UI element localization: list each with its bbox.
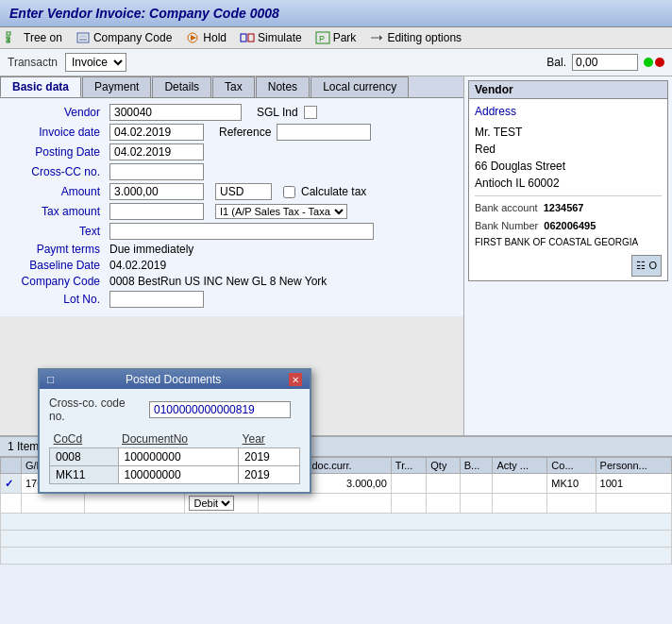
svg-rect-12 [248,34,254,42]
text-input[interactable] [109,223,374,240]
vendor-name: Mr. TEST [475,124,662,141]
transaction-select[interactable]: Invoice [65,53,126,72]
row2-acty[interactable] [493,494,547,514]
park-button[interactable]: P Park [315,31,357,44]
dialog-col-cocd: CoCd [50,430,119,448]
row2-b[interactable] [460,494,493,514]
row1-co[interactable]: MK10 [547,474,596,494]
vendor-body: Address Mr. TEST Red 66 Douglas Street A… [469,99,667,280]
dialog-col-year: Year [239,430,300,448]
reference-label: Reference [219,126,271,139]
lot-no-row: Lot No. [9,291,454,308]
row2-gl-acct[interactable] [22,494,85,514]
tabs: Basic data Payment Details Tax Notes Loc… [0,76,463,98]
cross-co-row: Cross-co. code no. [49,396,300,423]
tab-tax[interactable]: Tax [212,76,255,97]
bank-number-label: Bank Number [475,218,538,234]
invoice-date-input[interactable] [109,124,204,141]
calc-tax-label: Calculate tax [301,185,366,198]
hold-label: Hold [203,31,227,44]
bal-label: Bal. [546,56,566,69]
col-co: Co... [547,458,596,474]
bal-input[interactable] [572,54,638,71]
posting-date-label: Posting Date [9,145,104,159]
bank-account-label: Bank account [475,200,538,216]
company-code-button[interactable]: Company Code [76,31,172,44]
baseline-date-value: 04.02.2019 [109,259,166,272]
sgl-ind-checkbox[interactable] [304,106,317,119]
vendor-input[interactable] [109,104,242,121]
posting-date-row: Posting Date [9,143,454,160]
dialog-row-2: MK11 100000000 2019 [50,466,300,484]
tax-code-select[interactable]: I1 (A/P Sales Tax - Taxa... [215,204,347,219]
dialog-title-text: Posted Documents [126,373,221,386]
posting-date-input[interactable] [109,143,204,160]
form-content: Vendor SGL Ind Invoice date Reference Po… [0,98,463,316]
row2-dc[interactable]: Debit [185,494,258,514]
invoice-date-row: Invoice date Reference [9,124,454,141]
reference-input[interactable] [277,124,371,141]
editing-options-icon [369,31,384,44]
company-code-form-label: Company Code [9,275,104,288]
company-code-row: Company Code 0008 BestRun US INC New GL … [9,275,454,288]
simulate-button[interactable]: Simulate [240,31,302,44]
svg-rect-11 [241,34,246,42]
table-row: Debit [1,494,672,514]
dialog-body: Cross-co. code no. CoCd DocumentNo Year … [40,389,310,492]
tax-amount-row: Tax amount I1 (A/P Sales Tax - Taxa... [9,203,454,220]
dialog-row1-cocd[interactable]: 0008 [50,448,119,466]
tab-local-currency[interactable]: Local currency [311,76,409,97]
calc-tax-checkbox[interactable] [283,186,295,198]
row1-tr[interactable] [391,474,426,494]
editing-options-label: Editing options [387,31,462,44]
simulate-label: Simulate [258,31,302,44]
row1-acty[interactable] [493,474,547,494]
cross-cc-label: Cross-CC no. [9,165,104,178]
cross-cc-input[interactable] [109,163,204,180]
tab-details[interactable]: Details [152,76,211,97]
svg-marker-16 [379,35,382,41]
dialog-row1-docno[interactable]: 100000000 [118,448,239,466]
cross-co-input[interactable] [149,401,291,418]
row2-personn[interactable] [596,494,671,514]
tree-on-button[interactable]: Tree on [6,31,62,44]
tax-amount-label: Tax amount [9,205,104,218]
editing-options-button[interactable]: Editing options [369,31,462,44]
row1-qty[interactable] [427,474,460,494]
row1-personn[interactable]: 1001 [596,474,671,494]
vendor-row: Vendor SGL Ind [9,104,454,121]
tab-basic-data[interactable]: Basic data [0,76,81,97]
row2-amount[interactable] [258,494,391,514]
vendor-label: Vendor [9,106,104,119]
row2-qty[interactable] [427,494,460,514]
baseline-date-label: Baseline Date [9,259,104,272]
vendor-detail-icon[interactable]: ☷ O [631,255,662,277]
row2-short-text[interactable] [85,494,185,514]
green-dot [644,58,653,67]
tax-amount-input[interactable] [109,203,204,220]
dialog-row2-year[interactable]: 2019 [239,466,300,484]
lot-no-input[interactable] [109,291,204,308]
tab-notes[interactable]: Notes [256,76,310,97]
dialog-row2-cocd[interactable]: MK11 [50,466,119,484]
address-label: Address [475,103,662,120]
tab-payment[interactable]: Payment [82,76,151,97]
row2-tr[interactable] [391,494,426,514]
bank-name: FIRST BANK OF COASTAL GEORGIA [475,235,662,249]
hold-button[interactable]: Hold [185,31,227,44]
currency-input[interactable] [215,183,272,200]
bank-number-value: 062006495 [544,218,596,234]
row2-dc-select[interactable]: Debit [189,496,234,511]
paymt-terms-row: Paymt terms Due immediately [9,243,454,256]
col-personn: Personn... [596,458,671,474]
dialog-close-button[interactable]: ✕ [289,373,302,386]
row2-co[interactable] [547,494,596,514]
col-status [1,458,22,474]
dialog-row2-docno[interactable]: 100000000 [118,466,239,484]
dialog-row1-year[interactable]: 2019 [239,448,300,466]
hold-icon [185,31,200,44]
amount-input[interactable] [109,183,204,200]
vendor-street: 66 Douglas Street [475,158,662,175]
company-code-value: 0008 BestRun US INC New GL 8 New York [109,275,327,288]
row1-b[interactable] [460,474,493,494]
